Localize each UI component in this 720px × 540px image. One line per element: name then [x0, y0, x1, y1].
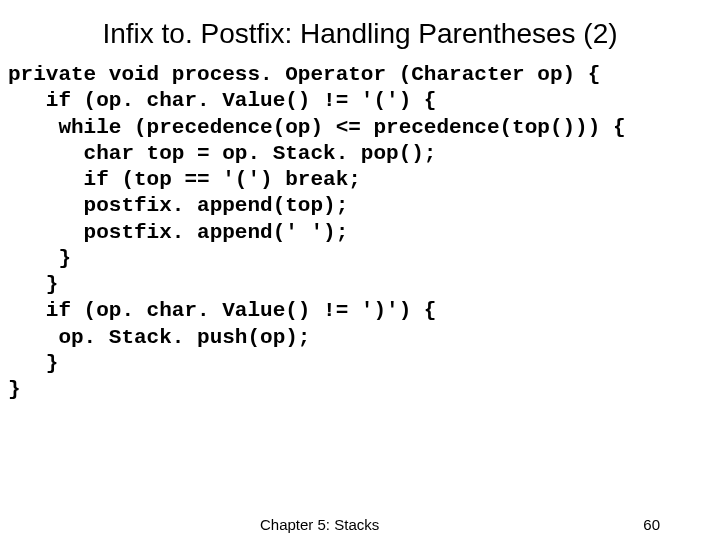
footer-chapter: Chapter 5: Stacks — [260, 516, 379, 533]
code-block: private void process. Operator (Characte… — [0, 62, 720, 403]
slide-title: Infix to. Postfix: Handling Parentheses … — [0, 18, 720, 50]
footer-page-number: 60 — [643, 516, 660, 533]
slide: Infix to. Postfix: Handling Parentheses … — [0, 0, 720, 540]
